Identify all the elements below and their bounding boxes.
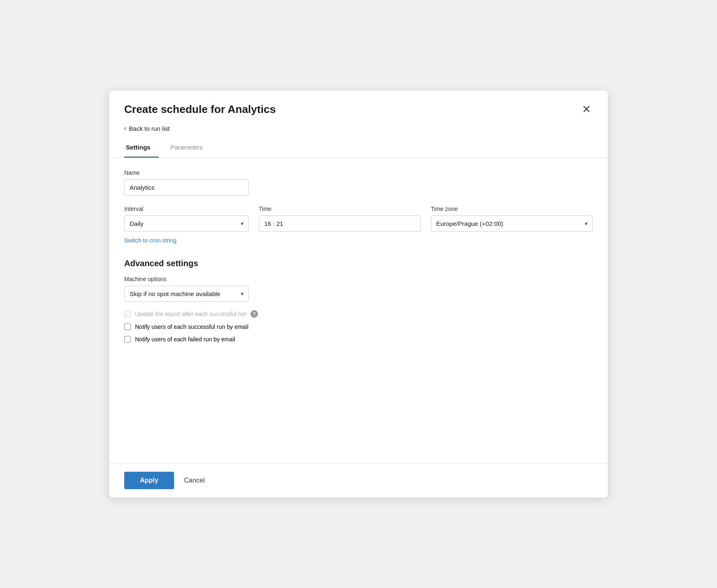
timezone-field: Time zone Europe/Prague (+02:00) UTC Ame…: [431, 206, 593, 232]
interval-time-timezone-row: Interval Daily Hourly Weekly Monthly ▼ T…: [124, 206, 593, 232]
tabs-container: Settings Parameters: [109, 139, 608, 158]
machine-options-select[interactable]: Skip if no spot machine available Always…: [124, 286, 249, 302]
close-button[interactable]: ✕: [580, 102, 593, 116]
back-arrow-icon: ‹: [124, 125, 126, 132]
notify-success-label: Notify users of each successful run by e…: [135, 323, 248, 330]
cancel-button[interactable]: Cancel: [181, 472, 208, 489]
back-to-run-list-link[interactable]: ‹ Back to run list: [109, 123, 185, 139]
checkbox-group: Update the report after each successful …: [124, 310, 593, 343]
timezone-label: Time zone: [431, 206, 593, 212]
modal-body: Name Interval Daily Hourly Weekly Monthl…: [109, 158, 608, 463]
help-icon: ?: [250, 310, 258, 318]
create-schedule-modal: Create schedule for Analytics ✕ ‹ Back t…: [109, 91, 608, 497]
apply-button[interactable]: Apply: [124, 472, 174, 489]
machine-options-label: Machine options: [124, 276, 593, 282]
machine-options-field: Machine options Skip if no spot machine …: [124, 276, 593, 302]
interval-label: Interval: [124, 206, 249, 212]
interval-field: Interval Daily Hourly Weekly Monthly ▼: [124, 206, 249, 232]
name-label: Name: [124, 169, 593, 176]
tab-parameters[interactable]: Parameters: [169, 139, 211, 158]
name-input[interactable]: [124, 179, 249, 196]
notify-success-checkbox[interactable]: [124, 323, 131, 330]
interval-select[interactable]: Daily Hourly Weekly Monthly: [124, 216, 249, 232]
advanced-settings-title: Advanced settings: [124, 259, 593, 268]
cron-string-link[interactable]: Switch to cron string: [124, 237, 177, 244]
notify-failed-checkbox[interactable]: [124, 336, 131, 343]
notify-success-checkbox-item[interactable]: Notify users of each successful run by e…: [124, 323, 593, 330]
update-report-checkbox-item: Update the report after each successful …: [124, 310, 593, 318]
modal-title: Create schedule for Analytics: [124, 103, 276, 116]
update-report-checkbox[interactable]: [124, 311, 131, 317]
modal-header: Create schedule for Analytics ✕: [109, 91, 608, 123]
time-field: Time: [259, 206, 421, 232]
tab-settings[interactable]: Settings: [124, 139, 159, 158]
timezone-select[interactable]: Europe/Prague (+02:00) UTC America/New_Y…: [431, 216, 593, 232]
close-icon: ✕: [582, 104, 591, 115]
back-label: Back to run list: [129, 125, 169, 132]
update-report-label: Update the report after each successful …: [135, 311, 246, 317]
notify-failed-checkbox-item[interactable]: Notify users of each failed run by email: [124, 336, 593, 343]
time-input[interactable]: [259, 216, 421, 232]
machine-select-wrapper: Skip if no spot machine available Always…: [124, 286, 249, 302]
interval-select-wrapper: Daily Hourly Weekly Monthly ▼: [124, 216, 249, 232]
notify-failed-label: Notify users of each failed run by email: [135, 336, 235, 343]
timezone-select-wrapper: Europe/Prague (+02:00) UTC America/New_Y…: [431, 216, 593, 232]
name-field-group: Name: [124, 169, 593, 196]
modal-footer: Apply Cancel: [109, 463, 608, 497]
time-label: Time: [259, 206, 421, 212]
